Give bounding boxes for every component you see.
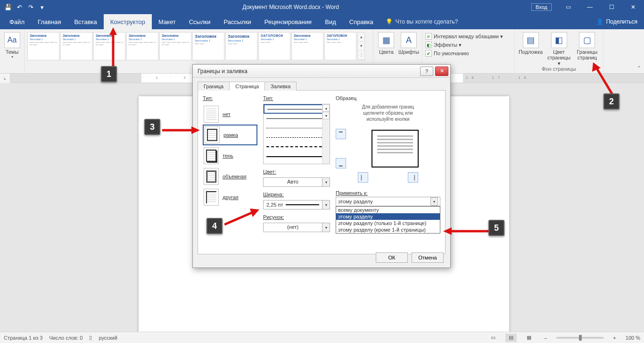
border-right-button[interactable]: ▕ <box>408 172 418 183</box>
share-icon: 👤 <box>596 18 603 25</box>
border-left-button[interactable]: ▏ <box>358 172 368 183</box>
apply-option[interactable]: этому разделу <box>336 213 440 220</box>
style-thumb[interactable]: ЗаголовокЗаголовок 1текст текст текст те… <box>27 32 59 60</box>
type-box[interactable]: рамка <box>203 125 257 145</box>
print-layout-icon[interactable]: ▤ <box>505 334 517 342</box>
tab-references[interactable]: Ссылки <box>182 14 217 29</box>
set-default-button[interactable]: ✔По умолчанию <box>425 50 469 57</box>
tab-insert[interactable]: Вставка <box>67 14 103 29</box>
style-gallery[interactable]: ЗаголовокЗаголовок 1текст текст текст те… <box>27 32 365 60</box>
maximize-icon[interactable]: ☐ <box>601 0 622 14</box>
chevron-down-icon[interactable]: ▾ <box>430 197 438 206</box>
chevron-down-icon[interactable]: ▾ <box>322 200 330 209</box>
tab-home[interactable]: Главная <box>31 14 67 29</box>
style-thumb[interactable]: ЗаголовокЗаголовок 1текст текст текст те… <box>126 32 158 60</box>
zoom-in-icon[interactable]: + <box>610 335 619 341</box>
style-thumb[interactable]: ЗаголовокЗаголовок 1текст текст <box>225 32 257 60</box>
page-status[interactable]: Страница 1 из 3 <box>4 335 42 341</box>
themes-button[interactable]: Aа Темы ▾ <box>3 30 21 59</box>
scroll-down-icon[interactable]: ▾ <box>322 112 330 119</box>
borders-shading-dialog: Границы и заливка ? ✕ Граница Страница З… <box>192 64 451 268</box>
apply-to-dropdown: всему документу этому разделу этому разд… <box>336 206 440 234</box>
style-thumb[interactable]: ЗаголовокЗаголовок 1текст текст текст те… <box>159 32 191 60</box>
style-thumb[interactable]: ЗАГОЛОВОКЗаголовок 1текст текст <box>258 32 290 60</box>
type-3d[interactable]: объемная <box>203 166 257 187</box>
art-combo[interactable]: (нет)▾ <box>263 223 330 232</box>
help-icon[interactable]: ? <box>420 67 433 76</box>
minimize-icon[interactable]: ― <box>579 0 601 14</box>
tab-selector[interactable]: ʟ <box>0 74 10 83</box>
redo-icon[interactable]: ↷ <box>26 3 35 11</box>
dialog-title-bar[interactable]: Границы и заливка ? ✕ <box>193 65 450 78</box>
tab-layout[interactable]: Макет <box>152 14 182 29</box>
read-mode-icon[interactable]: ▭ <box>487 334 499 342</box>
dialog-close-icon[interactable]: ✕ <box>435 67 448 76</box>
tab-mailings[interactable]: Рассылки <box>217 14 257 29</box>
web-layout-icon[interactable]: ▦ <box>523 334 535 342</box>
bulb-icon: 💡 <box>386 18 393 25</box>
word-count[interactable]: Число слов: 0 <box>49 335 83 341</box>
width-combo[interactable]: 2,25 пт▾ <box>263 200 330 209</box>
type-shadow-label: тень <box>223 153 233 159</box>
language-status[interactable]: русский <box>99 335 117 341</box>
tab-help[interactable]: Справка <box>343 14 380 29</box>
login-button[interactable]: Вход <box>531 3 552 11</box>
ok-button[interactable]: ОК <box>376 252 408 263</box>
watermark-label: Подложка <box>519 49 543 55</box>
scroll-up-icon[interactable]: ▴ <box>322 104 330 112</box>
apply-option[interactable]: этому разделу (кроме 1-й страницы) <box>336 226 440 233</box>
border-top-button[interactable]: ▔ <box>336 129 346 139</box>
proofing-icon[interactable]: ▯ <box>89 335 92 341</box>
page-background-group-label: Фон страницы <box>518 66 600 72</box>
tab-view[interactable]: Вид <box>318 14 343 29</box>
apply-to-combo[interactable]: этому разделу ▾ <box>336 197 440 206</box>
qat-customize-icon[interactable]: ▾ <box>38 3 46 11</box>
ribbon-display-icon[interactable]: ▭ <box>557 0 579 14</box>
zoom-level[interactable]: 100 % <box>626 335 640 341</box>
tell-me-search[interactable]: 💡 Что вы хотите сделать? <box>380 14 464 29</box>
page-color-icon: ◧ <box>551 32 567 48</box>
chevron-down-icon[interactable]: ▾ <box>322 177 330 187</box>
apply-option[interactable]: этому разделу (только 1-й странице) <box>336 220 440 226</box>
apply-option[interactable]: всему документу <box>336 207 440 213</box>
type-custom-label: другая <box>223 194 239 200</box>
tab-page-border[interactable]: Страница <box>229 82 265 91</box>
page-borders-button[interactable]: ▢Границы страниц <box>574 30 600 60</box>
effects-icon: ◐ <box>425 42 432 48</box>
gallery-more[interactable]: ▴▾⋮ <box>357 32 365 60</box>
cancel-button[interactable]: Отмена <box>412 252 444 263</box>
paragraph-spacing-button[interactable]: ≡Интервал между абзацами ▾ <box>425 33 503 40</box>
style-thumb[interactable]: ЗаголовокЗаголовок 1текст текст <box>192 32 224 60</box>
style-thumb[interactable]: ЗАГОЛОВОКЗаголовок 1текст текст текст <box>324 32 356 60</box>
colors-button[interactable]: ▦Цвета <box>376 30 396 55</box>
tab-review[interactable]: Рецензирование <box>258 14 318 29</box>
type-3d-label: объемная <box>223 174 247 179</box>
style-thumb[interactable]: ЗаголовокЗаголовок 1текст текст текст <box>291 32 323 60</box>
undo-icon[interactable]: ↶ <box>15 3 24 11</box>
title-bar: 💾 ↶ ↷ ▾ Документ Microsoft Word.docx - W… <box>0 0 644 14</box>
tab-fill[interactable]: Заливка <box>264 82 297 91</box>
type-shadow[interactable]: тень <box>203 145 257 166</box>
zoom-out-icon[interactable]: – <box>541 335 550 341</box>
annotation-badge-4: 4 <box>206 218 223 234</box>
tab-border[interactable]: Граница <box>198 82 230 91</box>
style-thumb[interactable]: ЗаголовокЗаголовок 1текст текст текст те… <box>60 32 92 60</box>
collapse-ribbon-icon[interactable]: ⌃ <box>637 65 641 71</box>
zoom-slider[interactable] <box>556 337 603 339</box>
chevron-down-icon[interactable]: ▾ <box>322 223 330 232</box>
watermark-button[interactable]: ▤Подложка <box>518 30 544 55</box>
close-icon[interactable]: ✕ <box>622 0 644 14</box>
type-none[interactable]: нет <box>203 104 257 125</box>
save-icon[interactable]: 💾 <box>4 3 12 11</box>
share-button[interactable]: 👤 Поделиться <box>590 14 644 29</box>
fonts-button[interactable]: АШрифты <box>398 30 419 55</box>
type-custom[interactable]: другая <box>203 187 257 208</box>
effects-button[interactable]: ◐Эффекты ▾ <box>425 42 462 48</box>
border-preview[interactable] <box>372 130 419 167</box>
page-color-button[interactable]: ◧Цвет страницы ▾ <box>545 30 572 66</box>
color-combo[interactable]: Авто▾ <box>263 177 330 187</box>
page-borders-icon: ▢ <box>579 32 595 48</box>
border-bottom-button[interactable]: ▁ <box>336 158 346 168</box>
border-style-list[interactable]: ▴▾ <box>263 104 330 164</box>
tab-file[interactable]: Файл <box>3 14 31 29</box>
